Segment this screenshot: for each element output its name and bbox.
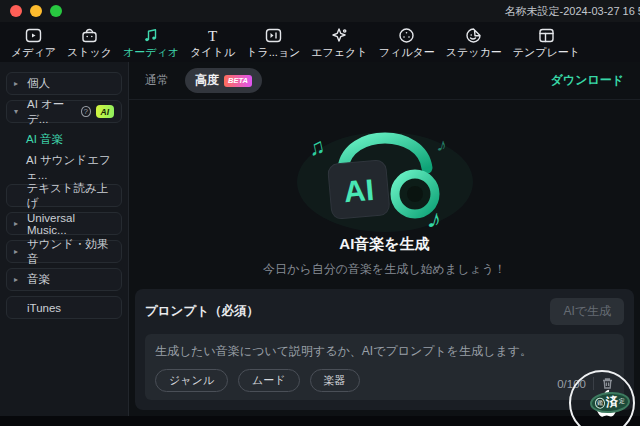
tab-template[interactable]: テンプレート: [508, 25, 585, 61]
sidebar-item-music[interactable]: 音楽: [6, 268, 122, 291]
download-link[interactable]: ダウンロード: [551, 72, 624, 89]
tab-sticker[interactable]: ステッカー: [441, 25, 507, 61]
zoom-window-button[interactable]: [50, 5, 62, 17]
prompt-input[interactable]: 生成したい音楽について説明するか、AIでプロンプトを生成します。 ジャンル ムー…: [145, 334, 624, 400]
chip-genre[interactable]: ジャンル: [155, 369, 228, 392]
sidebar-item-ai-music[interactable]: AI 音楽: [6, 128, 122, 151]
tab-filter[interactable]: フィルター: [374, 25, 440, 61]
ai-badge: AI: [96, 105, 115, 118]
sidebar-item-personal[interactable]: 個人: [6, 72, 122, 95]
transition-icon: [264, 26, 283, 45]
sidebar-item-universal-music[interactable]: Universal Music...: [6, 212, 122, 235]
mode-bar: 通常 高度 BETA ダウンロード: [129, 62, 640, 100]
chip-instrument[interactable]: 楽器: [310, 369, 360, 392]
ai-music-panel: 通常 高度 BETA ダウンロード: [129, 62, 640, 416]
app-window: 名称未設定-2024-03-27 16 5 メディア ストック オーディオ T …: [0, 0, 640, 426]
tab-stock[interactable]: ストック: [62, 25, 117, 61]
sticker-icon: [464, 26, 483, 45]
prompt-label: プロンプト（必須）: [145, 303, 259, 320]
chevron-right-icon: [14, 275, 22, 284]
help-icon[interactable]: [81, 106, 91, 117]
chevron-down-icon: [14, 107, 22, 116]
audio-icon: [142, 26, 161, 45]
title-icon: T: [203, 26, 222, 45]
chevron-right-icon: [14, 79, 22, 88]
asset-type-toolbar: メディア ストック オーディオ T タイトル トラ...ョン エフェクト フィル…: [0, 22, 640, 62]
hero-title: AI音楽を生成: [339, 235, 429, 254]
window-bottom-edge: [0, 416, 640, 426]
close-window-button[interactable]: [10, 5, 22, 17]
prompt-header: プロンプト（必須） AIで生成: [145, 298, 624, 325]
sidebar-item-ai-sound-effect[interactable]: AI サウンドエフェ...: [6, 156, 122, 179]
chip-mood[interactable]: ムード: [238, 369, 300, 392]
sidebar-item-ai-audio[interactable]: AI オーデ... AI: [6, 100, 122, 123]
tab-normal-mode[interactable]: 通常: [145, 72, 169, 89]
main-body: ♫ ♪ ♪ AI AI音楽を生成 今日から自分の音楽を生成し始めましょう！: [129, 100, 640, 416]
tab-audio[interactable]: オーディオ: [118, 25, 184, 61]
template-icon: [537, 26, 556, 45]
tab-title[interactable]: T タイトル: [185, 25, 240, 61]
ai-generate-button[interactable]: AIで生成: [550, 298, 624, 325]
audio-sidebar: 個人 AI オーデ... AI AI 音楽 AI サウンドエフェ... テキスト…: [0, 62, 129, 416]
beta-badge: BETA: [224, 75, 252, 87]
tab-advanced-mode[interactable]: 高度 BETA: [185, 68, 262, 93]
tab-media[interactable]: メディア: [6, 25, 61, 61]
prompt-chips: ジャンル ムード 楽器: [155, 369, 360, 392]
sidebar-item-itunes[interactable]: iTunes: [6, 296, 122, 319]
stock-icon: [80, 26, 99, 45]
tab-effects[interactable]: エフェクト: [306, 25, 372, 61]
prompt-panel: プロンプト（必須） AIで生成 生成したい音楽について説明するか、AIでプロンプ…: [135, 289, 634, 410]
hero-section: ♫ ♪ ♪ AI AI音楽を生成 今日から自分の音楽を生成し始めましょう！: [135, 100, 634, 278]
tab-transition[interactable]: トラ...ョン: [241, 25, 305, 61]
sidebar-item-text-to-speech[interactable]: テキスト読み上げ: [6, 184, 122, 207]
window-title: 名称未設定-2024-03-27 16 5: [505, 4, 640, 19]
svg-text:T: T: [208, 28, 217, 44]
prompt-placeholder: 生成したい音楽について説明するか、AIでプロンプトを生成します。: [155, 343, 614, 360]
content-area: 個人 AI オーデ... AI AI 音楽 AI サウンドエフェ... テキスト…: [0, 62, 640, 416]
ai-cube-label: AI: [342, 173, 375, 208]
music-note-icon: ♫: [305, 133, 326, 161]
titlebar: 名称未設定-2024-03-27 16 5: [0, 0, 640, 22]
media-icon: [24, 26, 43, 45]
sidebar-item-sound-effects[interactable]: サウンド・効果音: [6, 240, 122, 263]
filter-icon: [397, 26, 416, 45]
ai-headphones-illustration: ♫ ♪ ♪ AI: [290, 104, 480, 234]
hero-subtitle: 今日から自分の音楽を生成し始めましょう！: [263, 261, 506, 278]
chevron-right-icon: [14, 219, 22, 228]
chevron-right-icon: [14, 247, 22, 256]
minimize-window-button[interactable]: [30, 5, 42, 17]
effects-icon: [330, 26, 349, 45]
